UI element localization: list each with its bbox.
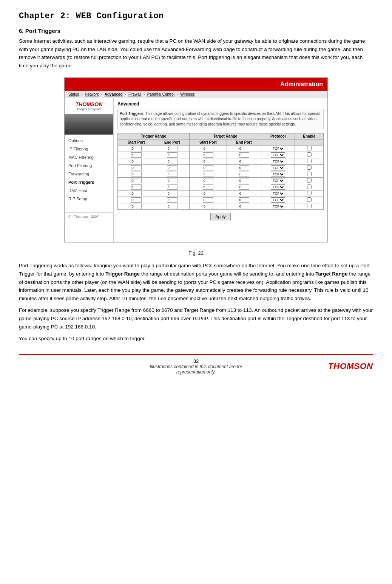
sidebar-menu: Options IP Filtering MAC Filtering Port … <box>65 135 113 205</box>
sidebar-logo: THOMSON images & beyond <box>65 98 113 114</box>
target-end-input[interactable] <box>239 197 249 203</box>
target-end-input[interactable] <box>239 146 249 151</box>
enable-checkbox[interactable] <box>307 152 312 157</box>
sidebar-item-ip-filtering[interactable]: IP Filtering <box>65 145 113 153</box>
target-start-input[interactable] <box>203 165 213 170</box>
trigger-end-input[interactable] <box>167 184 177 190</box>
port-trigger-table: Trigger Range Target Range Protocol Enab… <box>117 133 324 210</box>
sidebar-item-dmz-host[interactable]: DMZ Host <box>65 186 113 195</box>
target-start-input[interactable] <box>203 197 213 203</box>
enable-checkbox[interactable] <box>307 165 312 170</box>
router-ui: Administration Status - Network - Advanc… <box>64 77 328 242</box>
para2-part2-text: the range of destination ports your game… <box>141 271 314 277</box>
table-row: TCPUDP <box>118 184 324 191</box>
trigger-start-input[interactable] <box>131 191 142 196</box>
trigger-start-input[interactable] <box>131 172 142 177</box>
enable-header: Enable <box>295 133 324 139</box>
trigger-end-input[interactable] <box>167 204 177 209</box>
trigger-end-input[interactable] <box>167 172 177 177</box>
nav-parental[interactable]: Parental Control <box>147 92 174 96</box>
apply-button[interactable]: Apply <box>210 213 231 220</box>
trigger-end-input[interactable] <box>167 197 177 203</box>
enable-checkbox[interactable] <box>307 184 312 189</box>
nav-advanced[interactable]: Advanced <box>105 92 123 96</box>
trigger-end-input[interactable] <box>167 191 177 196</box>
sidebar-item-mac-filtering[interactable]: MAC Filtering <box>65 153 113 161</box>
table-row: TCPUDP <box>118 152 324 158</box>
trigger-end-input[interactable] <box>167 165 177 170</box>
sidebar-item-rip-setup[interactable]: RIP Setup <box>65 195 113 203</box>
sidebar-image <box>65 114 113 135</box>
enable-checkbox[interactable] <box>307 197 312 202</box>
trigger-start-input[interactable] <box>131 178 142 183</box>
target-start-input[interactable] <box>203 159 213 164</box>
sidebar-item-port-filtering[interactable]: Port Filtering <box>65 161 113 170</box>
router-sidebar: THOMSON images & beyond Options IP Filte… <box>65 98 114 242</box>
trigger-start-input[interactable] <box>131 197 142 203</box>
target-end-input[interactable] <box>239 165 249 170</box>
router-screenshot: Administration Status - Network - Advanc… <box>64 77 328 243</box>
target-start-input[interactable] <box>203 184 213 190</box>
target-start-input[interactable] <box>203 146 213 151</box>
table-row: TCPUDP <box>118 191 324 197</box>
protocol-select[interactable]: TCPUDP <box>271 197 285 203</box>
nav-firewall[interactable]: Firewall <box>128 92 141 96</box>
target-end-input[interactable] <box>239 172 249 177</box>
enable-checkbox[interactable] <box>307 178 312 183</box>
thomson-tagline: images & beyond <box>68 107 110 111</box>
trigger-start-input[interactable] <box>131 146 142 151</box>
content-section-title: Advanced <box>117 101 324 107</box>
enable-checkbox[interactable] <box>307 159 312 163</box>
section-title: 6. Port Triggers <box>19 28 373 34</box>
protocol-select[interactable]: TCPUDP <box>271 165 285 170</box>
target-start-input[interactable] <box>203 191 213 196</box>
target-range-header: Target Range <box>190 133 261 139</box>
protocol-select[interactable]: TCPUDP <box>271 191 285 196</box>
protocol-header: Protocol <box>261 133 295 139</box>
target-start-input[interactable] <box>203 152 213 158</box>
enable-checkbox[interactable] <box>307 146 312 150</box>
enable-checkbox[interactable] <box>307 204 312 208</box>
nav-network[interactable]: Network <box>85 92 99 96</box>
start-port-header-2: Start Port <box>190 139 227 146</box>
end-port-header: End Port <box>155 139 189 146</box>
trigger-end-input[interactable] <box>167 178 177 183</box>
target-end-input[interactable] <box>239 184 249 190</box>
router-body: THOMSON images & beyond Options IP Filte… <box>65 98 327 242</box>
enable-checkbox[interactable] <box>307 191 312 195</box>
trigger-start-input[interactable] <box>131 165 142 170</box>
target-end-input[interactable] <box>239 204 249 209</box>
target-end-input[interactable] <box>239 159 249 164</box>
protocol-select[interactable]: TCPUDP <box>271 152 285 158</box>
target-start-input[interactable] <box>203 172 213 177</box>
protocol-select[interactable]: TCPUDP <box>271 184 285 190</box>
target-end-input[interactable] <box>239 178 249 183</box>
trigger-end-input[interactable] <box>167 159 177 164</box>
trigger-start-input[interactable] <box>131 152 142 158</box>
nav-status[interactable]: Status <box>68 92 79 96</box>
target-start-input[interactable] <box>203 204 213 209</box>
protocol-select[interactable]: TCPUDP <box>271 146 285 151</box>
description-label: Port Triggers <box>120 112 143 116</box>
target-end-input[interactable] <box>239 152 249 158</box>
sidebar-item-options[interactable]: Options <box>65 136 113 145</box>
nav-wireless[interactable]: Wireless <box>180 92 194 96</box>
protocol-select[interactable]: TCPUDP <box>271 172 285 177</box>
trigger-end-input[interactable] <box>167 146 177 151</box>
sidebar-item-forwarding[interactable]: Forwarding <box>65 170 113 178</box>
enable-checkbox[interactable] <box>307 172 312 176</box>
trigger-start-input[interactable] <box>131 159 142 164</box>
start-port-header: Start Port <box>118 139 155 146</box>
protocol-select[interactable]: TCPUDP <box>271 204 285 209</box>
table-row: TCPUDP <box>118 146 324 152</box>
trigger-start-input[interactable] <box>131 184 142 190</box>
trigger-start-input[interactable] <box>131 204 142 209</box>
target-end-input[interactable] <box>239 191 249 196</box>
protocol-select[interactable]: TCPUDP <box>271 159 285 164</box>
protocol-select[interactable]: TCPUDP <box>271 178 285 183</box>
description-body: : This page allows configuration of dyna… <box>120 112 319 126</box>
sidebar-item-port-triggers[interactable]: Port Triggers <box>65 178 113 186</box>
target-start-input[interactable] <box>203 178 213 183</box>
trigger-end-input[interactable] <box>167 152 177 158</box>
chapter-title: Chapter 2: WEB Configuration <box>19 11 373 21</box>
